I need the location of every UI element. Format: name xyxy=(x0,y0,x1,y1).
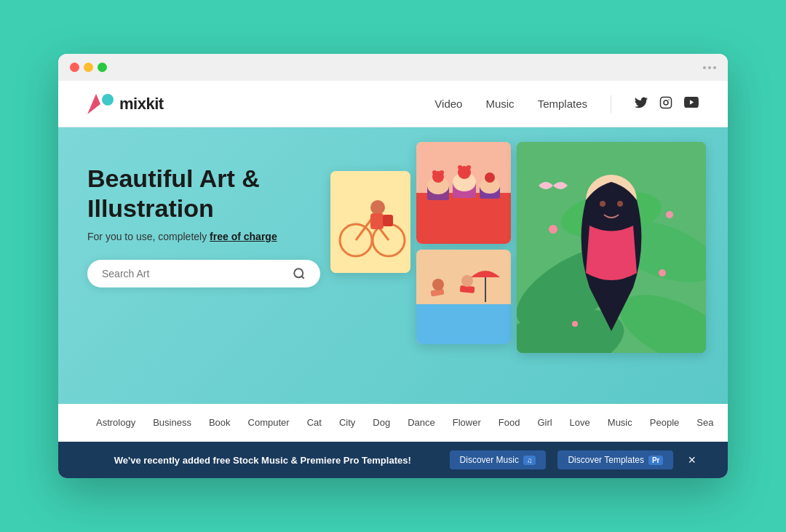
nav-divider xyxy=(611,95,611,113)
logo-text: mixkit xyxy=(119,95,164,114)
svg-point-35 xyxy=(432,279,444,290)
minimize-button[interactable] xyxy=(84,63,93,72)
category-love[interactable]: Love xyxy=(561,404,599,441)
hero-section: Beautiful Art & Illustration For you to … xyxy=(58,127,728,404)
announcement-strong: We've recently added free Stock Music & … xyxy=(114,455,411,466)
image-card-cupcakes xyxy=(416,142,511,244)
social-icons xyxy=(635,96,699,112)
image-column-2 xyxy=(416,142,511,344)
category-computer[interactable]: Computer xyxy=(239,404,298,441)
hero-title: Beautiful Art & Illustration xyxy=(87,164,378,223)
nav-links: Video Music Templates xyxy=(434,95,699,113)
svg-marker-0 xyxy=(87,94,100,114)
category-dog[interactable]: Dog xyxy=(364,404,399,441)
svg-point-5 xyxy=(668,99,670,100)
svg-point-48 xyxy=(549,225,557,234)
maximize-button[interactable] xyxy=(98,63,107,72)
announcement-close-button[interactable]: × xyxy=(685,453,699,468)
svg-point-51 xyxy=(666,211,673,218)
svg-rect-18 xyxy=(416,193,511,244)
svg-point-37 xyxy=(461,275,473,287)
category-book[interactable]: Book xyxy=(200,404,239,441)
category-girl[interactable]: Girl xyxy=(528,404,560,441)
svg-point-47 xyxy=(617,201,623,207)
svg-point-4 xyxy=(664,100,668,105)
announcement-text: We've recently added free Stock Music & … xyxy=(87,455,438,466)
search-bar xyxy=(87,260,320,287)
announcement-bar: We've recently added free Stock Music & … xyxy=(58,442,728,478)
templates-badge: Pr xyxy=(648,456,664,465)
category-business[interactable]: Business xyxy=(144,404,200,441)
svg-point-6 xyxy=(294,269,303,277)
hero-content: Beautiful Art & Illustration For you to … xyxy=(87,164,378,287)
discover-templates-label: Discover Templates xyxy=(568,455,643,465)
svg-point-27 xyxy=(458,165,462,170)
category-sky[interactable]: Sky xyxy=(722,404,728,441)
svg-point-22 xyxy=(432,170,437,175)
discover-templates-button[interactable]: Discover Templates Pr xyxy=(557,450,673,469)
search-input[interactable] xyxy=(102,268,293,279)
youtube-icon[interactable] xyxy=(684,97,699,111)
nav-music[interactable]: Music xyxy=(485,98,514,110)
browser-menu-dots xyxy=(703,66,716,78)
category-dance[interactable]: Dance xyxy=(399,404,444,441)
category-flower[interactable]: Flower xyxy=(444,404,490,441)
category-cat[interactable]: Cat xyxy=(298,404,330,441)
hero-image-collage xyxy=(330,142,706,353)
free-of-charge-link[interactable]: free of charge xyxy=(210,231,277,242)
music-badge: ♫ xyxy=(523,456,536,465)
category-bar: Astrology Business Book Computer Cat Cit… xyxy=(58,404,728,442)
svg-point-2 xyxy=(102,94,114,106)
svg-point-50 xyxy=(572,321,578,327)
svg-point-49 xyxy=(659,269,666,277)
category-food[interactable]: Food xyxy=(490,404,529,441)
svg-point-31 xyxy=(485,172,495,183)
discover-music-label: Discover Music xyxy=(460,455,519,465)
discover-music-button[interactable]: Discover Music ♫ xyxy=(450,450,547,469)
twitter-icon[interactable] xyxy=(635,97,648,111)
category-people[interactable]: People xyxy=(641,404,688,441)
search-button[interactable] xyxy=(293,267,306,280)
svg-line-7 xyxy=(301,276,303,278)
svg-point-23 xyxy=(440,170,444,175)
category-astrology[interactable]: Astrology xyxy=(87,404,144,441)
svg-rect-33 xyxy=(416,304,511,344)
traffic-lights xyxy=(70,63,107,81)
nav-templates[interactable]: Templates xyxy=(538,98,587,110)
close-button[interactable] xyxy=(70,63,79,72)
category-sea[interactable]: Sea xyxy=(688,404,722,441)
site-navbar: mixkit Video Music Templates xyxy=(58,81,728,127)
browser-chrome xyxy=(58,54,728,81)
category-music[interactable]: Music xyxy=(599,404,641,441)
nav-video[interactable]: Video xyxy=(434,98,462,110)
logo[interactable]: mixkit xyxy=(87,94,164,114)
image-card-mermaid xyxy=(517,142,706,353)
svg-point-28 xyxy=(467,165,471,170)
browser-window: mixkit Video Music Templates xyxy=(58,54,728,478)
image-card-beach xyxy=(416,250,511,344)
hero-subtitle: For you to use, completely free of charg… xyxy=(87,231,378,242)
svg-rect-3 xyxy=(661,97,672,108)
image-column-3 xyxy=(517,142,706,353)
instagram-icon[interactable] xyxy=(659,96,672,112)
category-city[interactable]: City xyxy=(330,404,364,441)
svg-rect-16 xyxy=(383,215,393,226)
logo-icon xyxy=(87,94,114,114)
svg-point-46 xyxy=(600,201,606,207)
